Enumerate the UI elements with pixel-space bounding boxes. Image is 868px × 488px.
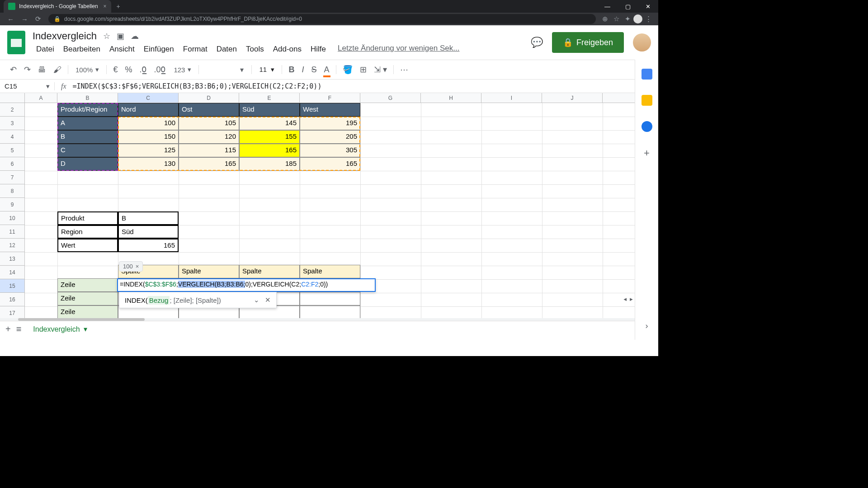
value-cell[interactable]: 130 — [118, 157, 179, 171]
value-cell[interactable]: 195 — [300, 117, 360, 130]
print-icon[interactable]: 🖶 — [35, 63, 49, 76]
close-window-button[interactable]: ✕ — [638, 0, 658, 13]
close-preview-icon[interactable]: × — [136, 263, 139, 270]
move-icon[interactable]: ▣ — [117, 31, 124, 41]
col-header-i[interactable]: I — [481, 93, 542, 103]
all-sheets-button[interactable]: ≡ — [16, 324, 22, 334]
row-header[interactable]: 5 — [0, 144, 24, 157]
zeile-label[interactable]: Zeile — [57, 278, 118, 292]
lookup-label[interactable]: Produkt — [57, 211, 118, 225]
row-header[interactable]: 4 — [0, 130, 24, 144]
italic-button[interactable]: I — [299, 63, 307, 76]
row-header[interactable]: 7 — [0, 171, 24, 184]
expand-helper-icon[interactable]: ⌄ — [254, 296, 259, 304]
col-header-g[interactable]: G — [360, 93, 421, 103]
lookup-label[interactable]: Wert — [57, 239, 118, 252]
product-cell[interactable]: A — [57, 117, 118, 130]
col-header-f[interactable]: F — [300, 93, 360, 103]
value-cell[interactable]: 115 — [179, 144, 239, 157]
row-header[interactable]: 12 — [0, 239, 24, 252]
formula-text[interactable]: =INDEX($C$3:$F$6;VERGLEICH(B3;B3:B6;0);V… — [73, 82, 322, 90]
value-cell[interactable]: 165 — [239, 144, 300, 157]
name-box[interactable]: C15▾ — [0, 82, 54, 90]
zeile-label[interactable]: Zeile — [57, 292, 118, 305]
scrollbar-thumb[interactable] — [18, 318, 145, 321]
minimize-button[interactable]: — — [597, 0, 618, 13]
row-header[interactable]: 8 — [0, 184, 24, 198]
percent-button[interactable]: % — [122, 63, 135, 76]
region-header[interactable]: Süd — [239, 103, 300, 117]
row-header[interactable]: 10 — [0, 211, 24, 225]
lookup-value[interactable]: Süd — [118, 225, 179, 239]
back-icon[interactable]: ← — [7, 15, 14, 23]
row-header[interactable]: 3 — [0, 117, 24, 130]
keep-icon[interactable] — [642, 95, 652, 106]
zoom-select[interactable]: 100% ▾ — [72, 65, 103, 75]
menu-daten[interactable]: Daten — [213, 44, 241, 55]
menu-datei[interactable]: Datei — [33, 44, 58, 55]
browser-tab[interactable]: Indexvergleich - Google Tabellen × — [4, 0, 111, 13]
row-header[interactable]: 16 — [0, 293, 24, 306]
product-cell[interactable]: D — [57, 157, 118, 171]
lookup-value[interactable]: 165 — [118, 239, 179, 252]
share-button[interactable]: 🔒 Freigeben — [552, 32, 624, 53]
row-header[interactable]: 15 — [0, 279, 24, 293]
select-all-corner[interactable] — [0, 93, 25, 103]
horiz-scroll-arrows[interactable]: ◄ ► — [623, 296, 634, 302]
redo-icon[interactable]: ↷ — [21, 63, 33, 76]
row-header[interactable]: 11 — [0, 225, 24, 239]
add-sheet-button[interactable]: + — [5, 324, 11, 334]
value-cell[interactable]: 305 — [300, 144, 360, 157]
bookmark-icon[interactable]: ☆ — [613, 15, 619, 23]
row-header[interactable]: 2 — [0, 103, 24, 117]
cloud-status-icon[interactable]: ☁ — [131, 31, 139, 41]
borders-button[interactable]: ⊞ — [357, 63, 369, 76]
star-icon[interactable]: ☆ — [103, 31, 110, 41]
spalte-header[interactable]: Spalte — [239, 265, 300, 278]
cell-editor[interactable]: =INDEX($C$3:$F$6;VERGLEICH(B3;B3:B6;0);V… — [117, 278, 376, 292]
spalte-header[interactable]: Spalte — [300, 265, 360, 278]
value-cell[interactable]: 105 — [179, 117, 239, 130]
sheet-tab[interactable]: Indexvergleich ▾ — [27, 322, 93, 336]
product-cell[interactable]: C — [57, 144, 118, 157]
region-header[interactable]: Ost — [179, 103, 239, 117]
col-header-c[interactable]: C — [118, 93, 179, 103]
horizontal-scrollbar[interactable] — [0, 318, 658, 321]
font-size-select[interactable]: 11▾ — [255, 65, 278, 75]
currency-button[interactable]: € — [110, 63, 120, 76]
col-header-b[interactable]: B — [57, 93, 118, 103]
add-addon-icon[interactable]: + — [644, 147, 650, 159]
number-format-select[interactable]: 123 ▾ — [170, 65, 195, 75]
menu-format[interactable]: Format — [179, 44, 211, 55]
menu-bearbeiten[interactable]: Bearbeiten — [60, 44, 104, 55]
lookup-value[interactable]: B — [118, 211, 179, 225]
chrome-menu-icon[interactable]: ⋮ — [645, 15, 652, 23]
zoom-icon[interactable]: ⊕ — [602, 15, 608, 23]
sheets-logo-icon[interactable] — [7, 31, 25, 54]
row-header[interactable]: 6 — [0, 157, 24, 171]
undo-icon[interactable]: ↶ — [7, 63, 19, 76]
account-avatar[interactable] — [633, 33, 651, 52]
hide-panel-icon[interactable]: › — [646, 321, 648, 331]
tasks-icon[interactable] — [642, 121, 652, 132]
row-header[interactable]: 13 — [0, 252, 24, 266]
menu-hilfe[interactable]: Hilfe — [307, 44, 330, 55]
row-header[interactable]: 14 — [0, 266, 24, 279]
value-cell[interactable]: 145 — [239, 117, 300, 130]
decrease-decimal-button[interactable]: .0̲ — [137, 63, 149, 76]
font-select[interactable]: ▾ — [203, 64, 248, 75]
table-header-label[interactable]: Produkt/Region — [57, 103, 118, 117]
zeile-label[interactable]: Zeile — [57, 305, 118, 318]
paint-format-icon[interactable]: 🖌 — [51, 63, 64, 76]
row-header[interactable]: 17 — [0, 306, 24, 318]
product-cell[interactable]: B — [57, 130, 118, 144]
value-cell[interactable]: 155 — [239, 130, 300, 144]
sheet-menu-icon[interactable]: ▾ — [84, 325, 87, 333]
value-cell[interactable]: 150 — [118, 130, 179, 144]
bold-button[interactable]: B — [286, 63, 297, 76]
comments-icon[interactable]: 💬 — [531, 37, 543, 48]
close-helper-icon[interactable]: ✕ — [265, 296, 271, 304]
value-cell[interactable]: 185 — [239, 157, 300, 171]
close-tab-icon[interactable]: × — [104, 3, 107, 9]
col-header-d[interactable]: D — [179, 93, 239, 103]
